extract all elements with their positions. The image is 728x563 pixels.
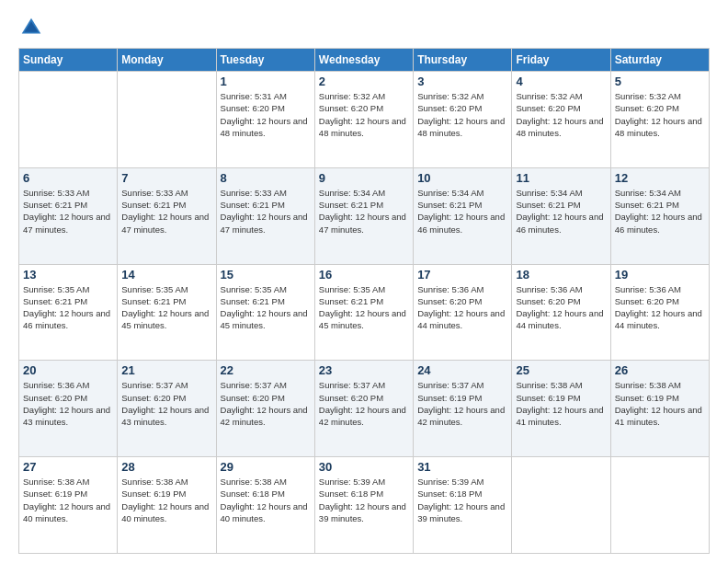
calendar-cell: 28Sunrise: 5:38 AMSunset: 6:19 PMDayligh… [118,457,216,554]
day-info: Sunrise: 5:35 AMSunset: 6:21 PMDaylight:… [319,283,409,332]
day-info: Sunrise: 5:32 AMSunset: 6:20 PMDaylight:… [319,90,409,139]
weekday-header: Saturday [610,49,709,72]
day-info: Sunrise: 5:38 AMSunset: 6:18 PMDaylight:… [221,476,311,524]
calendar-cell: 31Sunrise: 5:39 AMSunset: 6:18 PMDayligh… [414,457,512,554]
day-number: 19 [615,268,705,282]
calendar-week-row: 6Sunrise: 5:33 AMSunset: 6:21 PMDaylight… [19,167,710,264]
day-info: Sunrise: 5:34 AMSunset: 6:21 PMDaylight:… [417,187,507,236]
day-info: Sunrise: 5:35 AMSunset: 6:21 PMDaylight:… [23,283,113,332]
day-info: Sunrise: 5:38 AMSunset: 6:19 PMDaylight:… [23,476,113,524]
calendar-week-row: 27Sunrise: 5:38 AMSunset: 6:19 PMDayligh… [19,457,710,554]
day-number: 14 [121,268,211,282]
calendar-cell: 5Sunrise: 5:32 AMSunset: 6:20 PMDaylight… [610,72,709,168]
calendar-cell: 10Sunrise: 5:34 AMSunset: 6:21 PMDayligh… [414,167,512,264]
calendar-cell: 20Sunrise: 5:36 AMSunset: 6:20 PMDayligh… [19,361,118,457]
day-info: Sunrise: 5:35 AMSunset: 6:21 PMDaylight:… [121,283,211,332]
calendar-cell: 27Sunrise: 5:38 AMSunset: 6:19 PMDayligh… [19,457,118,554]
day-info: Sunrise: 5:34 AMSunset: 6:21 PMDaylight:… [615,187,705,236]
day-number: 16 [319,268,409,282]
day-number: 17 [417,268,507,282]
day-number: 7 [121,171,211,185]
day-info: Sunrise: 5:37 AMSunset: 6:20 PMDaylight:… [121,379,211,428]
calendar-cell: 12Sunrise: 5:34 AMSunset: 6:21 PMDayligh… [610,167,709,264]
calendar-cell [512,457,610,554]
calendar-cell: 2Sunrise: 5:32 AMSunset: 6:20 PMDaylight… [314,72,413,168]
day-info: Sunrise: 5:36 AMSunset: 6:20 PMDaylight:… [23,379,113,428]
calendar-week-row: 13Sunrise: 5:35 AMSunset: 6:21 PMDayligh… [19,264,710,361]
logo [18,15,48,40]
day-number: 20 [23,363,113,377]
day-number: 3 [417,75,507,88]
day-info: Sunrise: 5:35 AMSunset: 6:21 PMDaylight:… [221,283,311,332]
calendar-cell: 15Sunrise: 5:35 AMSunset: 6:21 PMDayligh… [216,264,314,361]
day-number: 25 [516,363,606,377]
day-info: Sunrise: 5:34 AMSunset: 6:21 PMDaylight:… [319,187,409,236]
calendar-header-row: SundayMondayTuesdayWednesdayThursdayFrid… [19,49,710,72]
day-info: Sunrise: 5:32 AMSunset: 6:20 PMDaylight:… [615,90,705,139]
day-info: Sunrise: 5:38 AMSunset: 6:19 PMDaylight:… [615,379,705,428]
page: SundayMondayTuesdayWednesdayThursdayFrid… [0,0,728,563]
calendar-table: SundayMondayTuesdayWednesdayThursdayFrid… [18,48,710,554]
day-number: 22 [221,363,311,377]
calendar-cell: 19Sunrise: 5:36 AMSunset: 6:20 PMDayligh… [610,264,709,361]
calendar-cell: 30Sunrise: 5:39 AMSunset: 6:18 PMDayligh… [314,457,413,554]
day-number: 21 [121,363,211,377]
calendar-cell: 29Sunrise: 5:38 AMSunset: 6:18 PMDayligh… [216,457,314,554]
weekday-header: Tuesday [216,49,314,72]
calendar-cell: 4Sunrise: 5:32 AMSunset: 6:20 PMDaylight… [512,72,610,168]
day-info: Sunrise: 5:33 AMSunset: 6:21 PMDaylight:… [23,187,113,236]
day-info: Sunrise: 5:36 AMSunset: 6:20 PMDaylight:… [615,283,705,332]
day-number: 31 [417,460,507,474]
calendar-cell: 14Sunrise: 5:35 AMSunset: 6:21 PMDayligh… [118,264,216,361]
day-number: 12 [615,171,705,185]
day-number: 10 [417,171,507,185]
calendar-cell: 8Sunrise: 5:33 AMSunset: 6:21 PMDaylight… [216,167,314,264]
day-number: 30 [319,460,409,474]
day-info: Sunrise: 5:34 AMSunset: 6:21 PMDaylight:… [516,187,606,236]
calendar-cell: 6Sunrise: 5:33 AMSunset: 6:21 PMDaylight… [19,167,118,264]
day-info: Sunrise: 5:32 AMSunset: 6:20 PMDaylight:… [516,90,606,139]
day-number: 27 [23,460,113,474]
day-info: Sunrise: 5:36 AMSunset: 6:20 PMDaylight:… [417,283,507,332]
calendar-cell: 3Sunrise: 5:32 AMSunset: 6:20 PMDaylight… [414,72,512,168]
calendar-cell: 25Sunrise: 5:38 AMSunset: 6:19 PMDayligh… [512,361,610,457]
weekday-header: Friday [512,49,610,72]
day-info: Sunrise: 5:36 AMSunset: 6:20 PMDaylight:… [516,283,606,332]
calendar-cell: 16Sunrise: 5:35 AMSunset: 6:21 PMDayligh… [314,264,413,361]
weekday-header: Sunday [19,49,118,72]
calendar-cell: 11Sunrise: 5:34 AMSunset: 6:21 PMDayligh… [512,167,610,264]
day-info: Sunrise: 5:33 AMSunset: 6:21 PMDaylight:… [221,187,311,236]
day-info: Sunrise: 5:38 AMSunset: 6:19 PMDaylight:… [516,379,606,428]
calendar-cell: 24Sunrise: 5:37 AMSunset: 6:19 PMDayligh… [414,361,512,457]
day-number: 29 [221,460,311,474]
day-number: 15 [221,268,311,282]
day-number: 28 [121,460,211,474]
calendar-cell: 1Sunrise: 5:31 AMSunset: 6:20 PMDaylight… [216,72,314,168]
calendar-cell: 13Sunrise: 5:35 AMSunset: 6:21 PMDayligh… [19,264,118,361]
calendar-cell: 26Sunrise: 5:38 AMSunset: 6:19 PMDayligh… [610,361,709,457]
calendar-cell: 23Sunrise: 5:37 AMSunset: 6:20 PMDayligh… [314,361,413,457]
day-number: 2 [319,75,409,88]
day-number: 11 [516,171,606,185]
header [18,15,710,40]
day-info: Sunrise: 5:37 AMSunset: 6:20 PMDaylight:… [221,379,311,428]
calendar-cell [118,72,216,168]
calendar-cell: 21Sunrise: 5:37 AMSunset: 6:20 PMDayligh… [118,361,216,457]
day-number: 6 [23,171,113,185]
day-number: 4 [516,75,606,88]
day-number: 23 [319,363,409,377]
day-info: Sunrise: 5:39 AMSunset: 6:18 PMDaylight:… [417,476,507,524]
day-info: Sunrise: 5:33 AMSunset: 6:21 PMDaylight:… [121,187,211,236]
calendar-cell: 17Sunrise: 5:36 AMSunset: 6:20 PMDayligh… [414,264,512,361]
day-info: Sunrise: 5:31 AMSunset: 6:20 PMDaylight:… [221,90,311,139]
calendar-cell [19,72,118,168]
day-number: 24 [417,363,507,377]
day-number: 26 [615,363,705,377]
calendar-cell: 18Sunrise: 5:36 AMSunset: 6:20 PMDayligh… [512,264,610,361]
calendar-cell: 9Sunrise: 5:34 AMSunset: 6:21 PMDaylight… [314,167,413,264]
day-number: 8 [221,171,311,185]
calendar-cell [610,457,709,554]
weekday-header: Monday [118,49,216,72]
day-info: Sunrise: 5:39 AMSunset: 6:18 PMDaylight:… [319,476,409,524]
weekday-header: Thursday [414,49,512,72]
